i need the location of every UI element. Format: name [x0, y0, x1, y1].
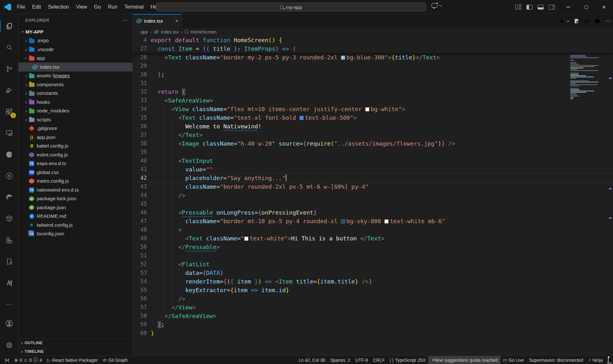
code-line-49[interactable]: 49 <Text className="text-white">Hi This …: [133, 234, 613, 243]
status-go-live[interactable]: (•)Go Live: [501, 356, 526, 364]
tree-item-package.json[interactable]: jspackage.json: [19, 203, 132, 212]
menu-run[interactable]: Run: [104, 2, 121, 12]
tree-item-index.tsx[interactable]: index.tsx: [19, 63, 132, 72]
more-actions-icon[interactable]: ⋯: [605, 18, 610, 24]
code-line-40[interactable]: 40 <TextInput: [133, 156, 613, 165]
tree-item-assets[interactable]: ›assets \ images: [19, 72, 132, 80]
menu-edit[interactable]: Edit: [29, 2, 45, 12]
breadcrumb-item-index.tsx[interactable]: index.tsx: [161, 29, 178, 34]
explorer-more-actions-icon[interactable]: ⋯: [122, 17, 128, 24]
status-ninja[interactable]: ⚡Ninja: [586, 356, 605, 364]
code-line-48[interactable]: 48 >: [133, 225, 613, 234]
status-language[interactable]: { }TypeScript JSX: [387, 356, 428, 364]
remote-explorer-icon[interactable]: [0, 125, 19, 141]
run-dropdown-icon[interactable]: [566, 19, 570, 22]
extensions-icon[interactable]: ⚠: [0, 104, 19, 119]
code-line-29[interactable]: 29: [133, 62, 613, 70]
settings-gear-icon[interactable]: [0, 337, 19, 353]
status-rn-packager[interactable]: ▷React Native Packager: [44, 356, 100, 364]
code-line-55[interactable]: 55 keyExtractor={item => item.id}: [133, 286, 613, 294]
menu-terminal[interactable]: Terminal: [121, 2, 147, 12]
status-indentation[interactable]: Spaces: 2: [328, 356, 352, 364]
minimap[interactable]: [570, 55, 600, 100]
code-line-41[interactable]: 41 value="": [133, 165, 613, 174]
code-line-33[interactable]: 33 <SafeAreaView>: [133, 96, 613, 105]
code-line-4[interactable]: 4export default function HomeScreen() {: [133, 36, 613, 44]
status-copilot-quota[interactable]: Inline suggestions quota reached: [428, 356, 500, 364]
code-line-43[interactable]: 43 className="border rounded-2xl px-5 mt…: [133, 182, 613, 191]
menu-go[interactable]: Go: [91, 2, 104, 12]
code-line-44[interactable]: 44 />: [133, 191, 613, 200]
code-line-42[interactable]: 42 placeholder="Say anything...": [133, 174, 613, 182]
code-editor[interactable]: 4export default function HomeScreen() {2…: [133, 36, 613, 356]
file-gear-icon[interactable]: [0, 254, 19, 269]
close-button[interactable]: ×: [595, 0, 613, 14]
code-line-30[interactable]: 30 );: [133, 70, 613, 79]
code-line-35[interactable]: 35 <Text className="text-xl font-bold te…: [133, 113, 613, 122]
command-center-search[interactable]: my-app: [156, 3, 426, 11]
code-line-59[interactable]: 59 );: [133, 320, 613, 329]
timeline-section[interactable]: ›TIMELINE: [19, 347, 132, 356]
tree-item-eslint.config.js[interactable]: eslint.config.js: [19, 150, 132, 159]
tree-item-expo-env.d.ts[interactable]: TSexpo-env.d.ts: [19, 159, 132, 168]
tree-item-package-lock.json[interactable]: jspackage-lock.json: [19, 194, 132, 203]
code-line-28[interactable]: 28 <Text className="border my-2 px-5 py-…: [133, 53, 613, 62]
code-line-57[interactable]: 57 </View>: [133, 303, 613, 312]
tree-root-my-app[interactable]: ›MY-APP: [19, 27, 132, 36]
copilot-chat-button[interactable]: [432, 3, 442, 8]
explorer-icon[interactable]: [0, 19, 19, 34]
code-line-51[interactable]: 51: [133, 251, 613, 260]
code-line-47[interactable]: 47 className="border mt-10 px-5 py-4 rou…: [133, 217, 613, 225]
tree-item-hooks[interactable]: ›hooks: [19, 98, 132, 107]
edge-devtools-icon[interactable]: [0, 190, 19, 205]
flowchart-icon[interactable]: [0, 232, 19, 248]
status-git-graph[interactable]: ⟳Git Graph: [100, 356, 130, 364]
code-line-60[interactable]: 60}: [133, 329, 613, 337]
code-line-27[interactable]: 27 const Item = ({ title }: ItemProps) =…: [133, 44, 613, 53]
tree-item-label-compact[interactable]: images: [54, 73, 70, 79]
tree-item-tailwind.config.js[interactable]: ≈tailwind.config.js: [19, 221, 132, 230]
color-swatch[interactable]: [365, 107, 369, 111]
toggle-secondary-sidebar-icon[interactable]: [549, 5, 555, 10]
tree-item-global.css[interactable]: CSSglobal.css: [19, 168, 132, 177]
toggle-panel-icon[interactable]: [538, 5, 544, 10]
code-line-45[interactable]: 45: [133, 200, 613, 208]
tab-index-tsx[interactable]: index.tsx ×: [133, 14, 182, 28]
run-debug-icon[interactable]: [0, 83, 19, 98]
menu-selection[interactable]: Selection: [44, 2, 72, 12]
status-supermaven[interactable]: Supermaven: disconnected: [526, 356, 586, 364]
circle-extension-icon[interactable]: [0, 147, 19, 162]
code-line-58[interactable]: 58 </SafeAreaView>: [133, 312, 613, 320]
split-editor-icon[interactable]: [594, 18, 600, 24]
tree-item-metro.config.js[interactable]: metro.config.js: [19, 177, 132, 186]
restore-button[interactable]: [577, 0, 595, 14]
tab-close-icon[interactable]: ×: [175, 18, 178, 24]
tree-item-.gitignore[interactable]: .gitignore: [19, 124, 132, 133]
run-file-icon[interactable]: [559, 18, 565, 24]
source-control-icon[interactable]: [0, 61, 19, 77]
toggle-primary-sidebar-icon[interactable]: [526, 5, 533, 10]
tree-item-constants[interactable]: ›constants: [19, 89, 132, 98]
status-cursor-position[interactable]: Ln 42, Col 38: [296, 356, 328, 364]
customize-layout-icon[interactable]: [515, 4, 521, 10]
tree-item-nodemodules[interactable]: ›node_modules: [19, 107, 132, 116]
outline-section[interactable]: ›OUTLINE: [19, 338, 132, 347]
more-extensions-icon[interactable]: ⋯: [0, 297, 19, 312]
code-line-53[interactable]: 53 data={DATA}: [133, 269, 613, 277]
cube-icon[interactable]: [0, 211, 19, 226]
account-icon[interactable]: [0, 316, 19, 331]
thunder-client-icon[interactable]: [0, 168, 19, 184]
code-line-38[interactable]: 38 <Image className="h-40 w-20" source={…: [133, 139, 613, 148]
status-notifications[interactable]: [605, 356, 611, 364]
tree-item-components[interactable]: ›components: [19, 80, 132, 89]
color-swatch[interactable]: [299, 116, 304, 120]
menu-view[interactable]: View: [72, 2, 90, 12]
code-line-46[interactable]: 46 <Pressable onLongPress={onPressingEve…: [133, 208, 613, 217]
status-encoding[interactable]: UTF-8: [353, 356, 371, 364]
breadcrumb-item-app[interactable]: app: [140, 29, 148, 34]
code-line-37[interactable]: 37 </Text>: [133, 131, 613, 139]
color-swatch[interactable]: [341, 219, 345, 224]
status-remote[interactable]: ❯❮: [2, 356, 12, 364]
tree-item-nativewind-env.d.ts[interactable]: TSnativewind-env.d.ts: [19, 186, 132, 194]
code-line-50[interactable]: 50 </Pressable>: [133, 243, 613, 251]
